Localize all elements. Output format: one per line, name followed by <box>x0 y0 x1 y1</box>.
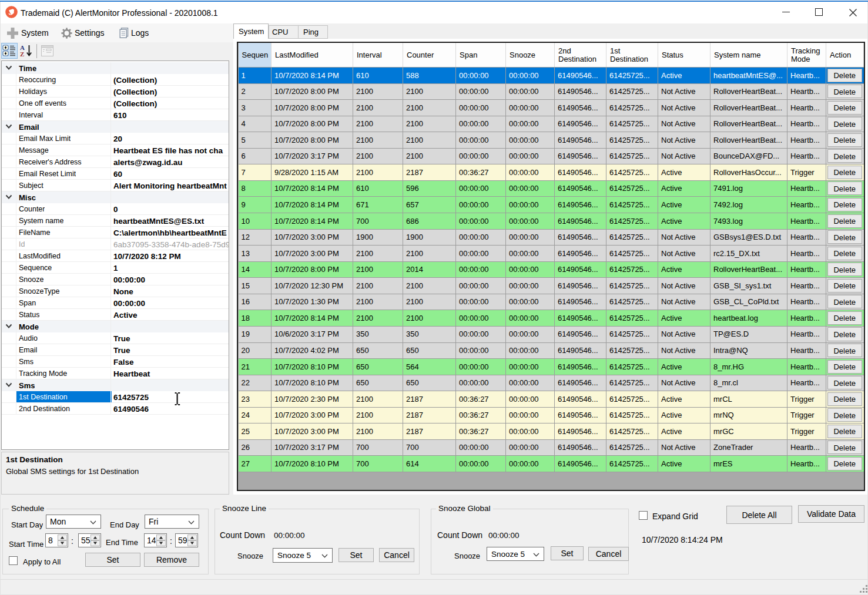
svg-text:Z: Z <box>20 51 24 58</box>
